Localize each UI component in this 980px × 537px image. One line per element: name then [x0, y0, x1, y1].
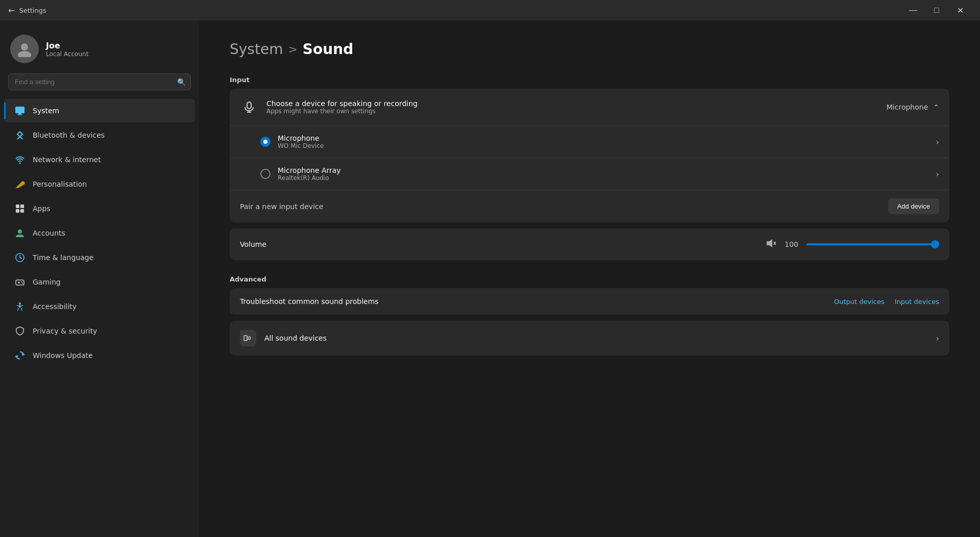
sidebar-item-network-label: Network & internet	[33, 156, 101, 164]
all-devices-icon	[240, 330, 256, 346]
svg-point-5	[19, 163, 21, 164]
radio-microphone[interactable]	[260, 137, 271, 147]
minimize-button[interactable]: —	[901, 0, 925, 20]
device-selector-left: Choose a device for speaking or recordin…	[240, 98, 418, 116]
device-item-left-2: Microphone Array Realtek(R) Audio	[260, 166, 341, 182]
slider-track	[806, 243, 939, 245]
sidebar-item-system[interactable]: System	[4, 99, 195, 122]
slider-thumb[interactable]	[931, 240, 939, 248]
input-devices-link[interactable]: Input devices	[895, 298, 939, 305]
sidebar-item-gaming[interactable]: Gaming	[4, 270, 195, 294]
all-sound-devices-card: All sound devices ›	[230, 321, 949, 355]
apps-icon	[14, 203, 26, 214]
svg-marker-19	[21, 353, 25, 355]
troubleshoot-label: Troubleshoot common sound problems	[240, 297, 379, 305]
sidebar-item-accessibility-label: Accessibility	[33, 302, 77, 311]
device-item-text-2: Microphone Array Realtek(R) Audio	[278, 166, 341, 182]
mute-icon[interactable]	[765, 238, 776, 251]
search-icon: 🔍	[177, 78, 186, 86]
svg-rect-21	[247, 102, 251, 109]
sidebar-item-update[interactable]: Windows Update	[4, 344, 195, 367]
volume-number: 100	[784, 240, 798, 248]
svg-marker-20	[15, 355, 18, 358]
accounts-icon	[14, 227, 26, 239]
troubleshoot-links: Output devices Input devices	[834, 298, 939, 305]
network-icon	[14, 154, 26, 165]
input-device-card: Choose a device for speaking or recordin…	[230, 89, 949, 222]
sidebar-item-bluetooth[interactable]: Bluetooth & devices	[4, 123, 195, 147]
volume-slider[interactable]	[806, 239, 939, 249]
time-icon	[14, 252, 26, 263]
device-name-2: Microphone Array	[278, 166, 341, 174]
device-sub-2: Realtek(R) Audio	[278, 174, 341, 182]
sidebar-item-apps-label: Apps	[33, 204, 51, 213]
svg-rect-7	[20, 204, 24, 208]
device-selector-subtitle: Apps might have their own settings	[266, 108, 418, 115]
sidebar-item-accounts[interactable]: Accounts	[4, 221, 195, 245]
sidebar-item-gaming-label: Gaming	[33, 278, 61, 286]
sidebar-item-time-label: Time & language	[33, 253, 93, 262]
user-section: Joe Local Account	[0, 29, 199, 73]
close-button[interactable]: ✕	[948, 0, 972, 20]
sidebar: Joe Local Account 🔍 System	[0, 20, 199, 537]
user-info: Joe Local Account	[46, 41, 88, 58]
titlebar-left: ← Settings	[8, 6, 46, 15]
sidebar-item-system-label: System	[33, 107, 59, 115]
microphone-icon	[240, 98, 258, 116]
sidebar-item-accessibility[interactable]: Accessibility	[4, 295, 195, 318]
breadcrumb: System > Sound	[230, 41, 949, 58]
svg-rect-27	[244, 336, 247, 341]
pair-label: Pair a new input device	[240, 202, 323, 211]
troubleshoot-card: Troubleshoot common sound problems Outpu…	[230, 288, 949, 315]
sidebar-item-personalisation-label: Personalisation	[33, 180, 87, 188]
device-selector-right: Microphone ⌃	[887, 103, 939, 111]
bluetooth-icon	[14, 130, 26, 141]
add-device-button[interactable]: Add device	[888, 198, 939, 214]
device-name-1: Microphone	[278, 134, 324, 142]
device-sub-1: WO Mic Device	[278, 142, 324, 149]
svg-rect-9	[20, 209, 24, 213]
selected-device-label: Microphone	[887, 103, 928, 111]
pair-device-row: Pair a new input device Add device	[230, 190, 949, 222]
sidebar-item-privacy[interactable]: Privacy & security	[4, 319, 195, 343]
volume-card: Volume 100	[230, 228, 949, 260]
chevron-up-icon: ⌃	[933, 103, 939, 111]
sidebar-item-bluetooth-label: Bluetooth & devices	[33, 131, 105, 139]
search-box: 🔍	[8, 73, 191, 90]
avatar	[10, 35, 39, 63]
breadcrumb-parent[interactable]: System	[230, 41, 283, 58]
app-title: Settings	[19, 7, 46, 14]
sidebar-item-time[interactable]: Time & language	[4, 246, 195, 269]
all-devices-row[interactable]: All sound devices ›	[230, 321, 949, 355]
device-item-text-1: Microphone WO Mic Device	[278, 134, 324, 149]
device-selector-title: Choose a device for speaking or recordin…	[266, 99, 418, 108]
volume-label: Volume	[240, 240, 756, 248]
breadcrumb-current: Sound	[303, 41, 353, 58]
svg-point-17	[19, 302, 21, 304]
user-subtitle: Local Account	[46, 50, 88, 58]
breadcrumb-sep: >	[288, 43, 297, 56]
titlebar-controls: — □ ✕	[901, 0, 972, 20]
sidebar-item-personalisation[interactable]: Personalisation	[4, 172, 195, 196]
svg-point-1	[18, 51, 31, 57]
chevron-right-icon-all: ›	[936, 334, 939, 343]
search-input[interactable]	[8, 73, 191, 90]
back-icon[interactable]: ←	[8, 6, 15, 15]
svg-rect-6	[16, 204, 19, 208]
radio-mic-array[interactable]	[260, 169, 271, 179]
volume-row: Volume 100	[230, 228, 949, 260]
input-section-label: Input	[230, 76, 949, 84]
device-item-mic-array[interactable]: Microphone Array Realtek(R) Audio ›	[230, 158, 949, 190]
svg-point-15	[21, 282, 22, 283]
maximize-button[interactable]: □	[925, 0, 948, 20]
output-devices-link[interactable]: Output devices	[834, 298, 885, 305]
chevron-right-icon-1: ›	[936, 137, 939, 147]
device-item-microphone[interactable]: Microphone WO Mic Device ›	[230, 126, 949, 158]
gaming-icon	[14, 276, 26, 288]
all-devices-label: All sound devices	[264, 334, 928, 342]
device-selector-header[interactable]: Choose a device for speaking or recordin…	[230, 89, 949, 125]
sidebar-item-apps[interactable]: Apps	[4, 197, 195, 220]
svg-rect-4	[17, 114, 22, 115]
device-selector-text: Choose a device for speaking or recordin…	[266, 99, 418, 115]
sidebar-item-network[interactable]: Network & internet	[4, 148, 195, 171]
